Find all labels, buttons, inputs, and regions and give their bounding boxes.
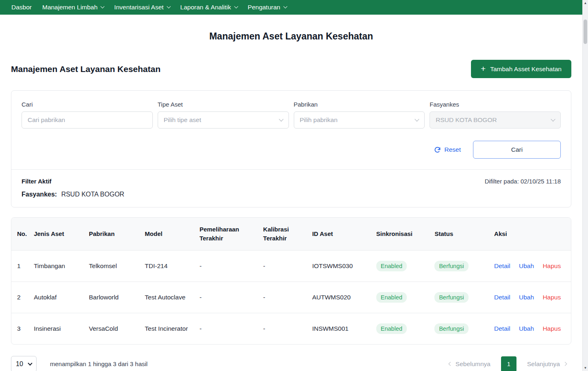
cell-kalibrasi: -: [258, 250, 308, 282]
chevron-right-icon: [563, 362, 567, 366]
hapus-link[interactable]: Hapus: [542, 325, 561, 332]
fasyankes-selected-value: RSUD KOTA BOGOR: [436, 116, 497, 124]
previous-page-label: Sebelumnya: [456, 360, 490, 368]
filter-field-fasyankes: Fasyankes RSUD KOTA BOGOR: [430, 101, 561, 129]
col-header-aksi: Aksi: [489, 218, 571, 250]
scroll-down-arrow-icon[interactable]: ▼: [583, 366, 588, 370]
filter-panel: Cari Tipe Aset Pilih tipe aset Pabrikan …: [11, 90, 571, 207]
cari-submit-button[interactable]: Cari: [473, 141, 561, 159]
detail-link[interactable]: Detail: [494, 262, 510, 270]
col-header-pemeliharaan-terakhir: Pemeliharaan Terakhir: [195, 218, 258, 250]
plus-icon: +: [481, 64, 486, 73]
cell-kalibrasi: -: [258, 282, 308, 313]
cell-pabrikan: Barloworld: [84, 282, 140, 313]
cell-no: 1: [11, 250, 29, 282]
pabrikan-select[interactable]: Pilih pabrikan: [294, 111, 425, 129]
cell-pemeliharaan: -: [195, 313, 258, 344]
chevron-down-icon: [100, 4, 104, 9]
col-header-no: No.: [11, 218, 29, 250]
pagination-left: 10 menampilkan 1 hingga 3 dari 3 hasil: [11, 356, 148, 371]
chevron-down-icon: [551, 117, 555, 121]
nav-item-inventarisasi-aset[interactable]: Inventarisasi Aset: [114, 4, 169, 11]
cell-model: Test Autoclave: [140, 282, 195, 313]
col-header-kalibrasi-terakhir: Kalibrasi Terakhir: [258, 218, 308, 250]
table-row: 2 Autoklaf Barloworld Test Autoclave - -…: [11, 282, 571, 313]
nav-item-label: Laporan & Analitik: [180, 4, 231, 11]
previous-page-button[interactable]: Sebelumnya: [444, 357, 495, 371]
scroll-up-arrow-icon[interactable]: ▲: [583, 1, 588, 5]
cell-kalibrasi: -: [258, 313, 308, 344]
refresh-icon: [434, 146, 441, 153]
tipe-aset-label: Tipe Aset: [158, 101, 289, 108]
col-header-id-aset: ID Aset: [307, 218, 371, 250]
fasyankes-label: Fasyankes: [430, 101, 561, 108]
nav-item-pengaturan[interactable]: Pengaturan: [248, 4, 286, 11]
col-header-sinkronisasi: Sinkronisasi: [371, 218, 430, 250]
filter-field-cari: Cari: [22, 101, 153, 129]
active-filter-title: Filter Aktif: [22, 178, 52, 185]
add-asset-button-label: Tambah Asset Kesehatan: [490, 65, 562, 73]
reset-button-label: Reset: [445, 146, 461, 153]
nav-item-laporan-analitik[interactable]: Laporan & Analitik: [180, 4, 237, 11]
status-badge: Berfungsi: [434, 292, 468, 303]
nav-item-manajemen-limbah[interactable]: Manajemen Limbah: [42, 4, 104, 11]
chevron-left-icon: [448, 362, 452, 366]
hapus-link[interactable]: Hapus: [542, 262, 561, 270]
divider: [11, 169, 571, 170]
detail-link[interactable]: Detail: [494, 294, 510, 301]
active-filter-header: Filter Aktif Difilter pada: 02/10/25 11:…: [22, 178, 561, 185]
nav-item-label: Inventarisasi Aset: [114, 4, 163, 11]
reset-button[interactable]: Reset: [434, 146, 461, 153]
table-row: 3 Insinerasi VersaCold Test Incinerator …: [11, 313, 571, 344]
sync-status-badge: Enabled: [376, 261, 407, 271]
ubah-link[interactable]: Ubah: [519, 294, 534, 301]
next-page-label: Selanjutnya: [527, 360, 560, 368]
filter-actions: Reset Cari: [22, 141, 561, 159]
top-navbar: Dasbor Manajemen Limbah Inventarisasi As…: [0, 0, 582, 15]
search-input[interactable]: [22, 111, 153, 129]
pabrikan-label: Pabrikan: [294, 101, 425, 108]
cell-model: TDI-214: [140, 250, 195, 282]
cell-jenis-aset: Autoklaf: [29, 282, 84, 313]
cell-actions: Detail Ubah Hapus: [489, 250, 571, 282]
cell-id-aset: AUTWMS020: [307, 282, 371, 313]
detail-link[interactable]: Detail: [494, 325, 510, 332]
cell-actions: Detail Ubah Hapus: [489, 313, 571, 344]
next-page-button[interactable]: Selanjutnya: [522, 357, 571, 371]
assets-table: No. Jenis Aset Pabrikan Model Pemelihara…: [11, 218, 571, 344]
col-header-status: Status: [430, 218, 489, 250]
page-content: Manajemen Aset Layanan Kesehatan Manajem…: [0, 31, 582, 371]
ubah-link[interactable]: Ubah: [519, 325, 534, 332]
fasyankes-select: RSUD KOTA BOGOR: [430, 111, 561, 129]
cell-pabrikan: VersaCold: [84, 313, 140, 344]
col-header-model: Model: [140, 218, 195, 250]
ubah-link[interactable]: Ubah: [519, 262, 534, 270]
col-header-jenis-aset: Jenis Aset: [29, 218, 84, 250]
chevron-down-icon: [28, 361, 32, 365]
scrollbar-thumb[interactable]: [584, 20, 587, 44]
pagination-bar: 10 menampilkan 1 hingga 3 dari 3 hasil S…: [11, 356, 571, 371]
vertical-scrollbar[interactable]: ▲ ▼: [582, 0, 588, 371]
filter-field-tipe-aset: Tipe Aset Pilih tipe aset: [158, 101, 289, 129]
add-asset-button[interactable]: + Tambah Asset Kesehatan: [471, 60, 571, 78]
cell-model: Test Incinerator: [140, 313, 195, 344]
cell-jenis-aset: Insinerasi: [29, 313, 84, 344]
cell-pemeliharaan: -: [195, 282, 258, 313]
nav-item-label: Manajemen Limbah: [42, 4, 98, 11]
active-filter-value: RSUD KOTA BOGOR: [61, 191, 124, 198]
nav-item-label: Dasbor: [11, 4, 32, 11]
filter-field-pabrikan: Pabrikan Pilih pabrikan: [294, 101, 425, 129]
page-size-select[interactable]: 10: [11, 356, 37, 371]
col-header-pabrikan: Pabrikan: [84, 218, 140, 250]
page-title: Manajemen Aset Layanan Kesehatan: [11, 31, 571, 42]
nav-item-dasbor[interactable]: Dasbor: [11, 4, 32, 11]
chevron-down-icon: [167, 4, 171, 9]
cell-no: 2: [11, 282, 29, 313]
cell-id-aset: IOTSWMS030: [307, 250, 371, 282]
tipe-aset-select[interactable]: Pilih tipe aset: [158, 111, 289, 129]
table-header-row: No. Jenis Aset Pabrikan Model Pemelihara…: [11, 218, 571, 250]
hapus-link[interactable]: Hapus: [542, 294, 561, 301]
cell-id-aset: INSWMS001: [307, 313, 371, 344]
assets-table-card: No. Jenis Aset Pabrikan Model Pemelihara…: [11, 217, 571, 345]
current-page-button[interactable]: 1: [501, 356, 516, 371]
